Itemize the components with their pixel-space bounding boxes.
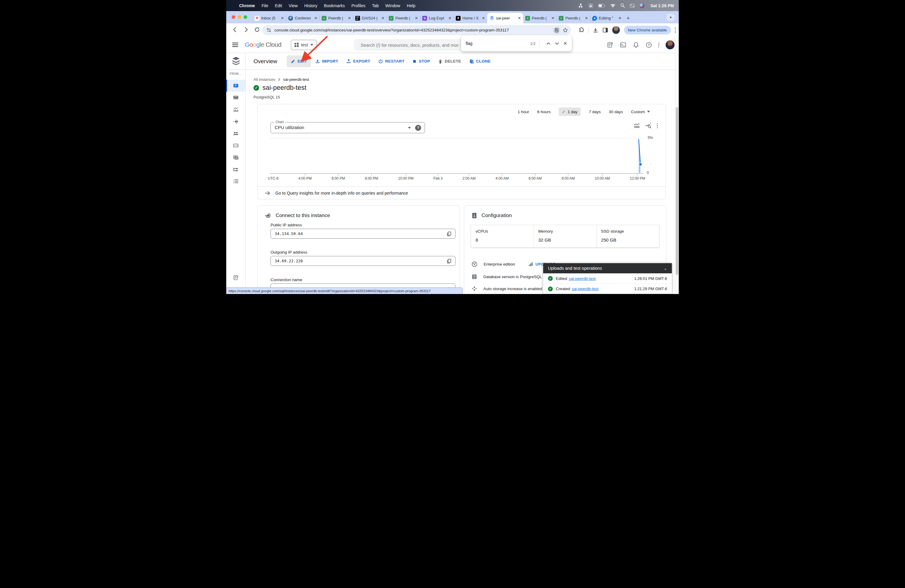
close-tab-icon[interactable]: ✕ (413, 16, 418, 21)
find-close-icon[interactable]: ✕ (561, 41, 567, 46)
chevron-down-icon[interactable]: ⌄ (664, 266, 667, 271)
more-options-icon[interactable] (658, 43, 660, 48)
rail-item-system-insights[interactable] (226, 103, 245, 116)
extensions-icon[interactable] (578, 27, 584, 33)
range-custom[interactable]: Custom (631, 110, 650, 114)
find-input[interactable] (466, 41, 530, 46)
menu-tab[interactable]: Tab (369, 3, 382, 8)
page-scrollbar[interactable] (675, 37, 679, 294)
download-icon[interactable] (592, 27, 599, 33)
chrome-profile-avatar[interactable] (612, 26, 620, 34)
notifications-bell-icon[interactable] (633, 41, 639, 48)
operation-instance-link[interactable]: sai-peerdb-test (568, 277, 595, 281)
rail-item-replication[interactable] (226, 164, 245, 175)
tab-conference[interactable]: P Conferen✕ (286, 13, 320, 23)
close-tab-icon[interactable]: ✕ (516, 16, 521, 21)
restart-button[interactable]: RESTART (378, 59, 405, 64)
tab-sai-peerdb-active[interactable]: sai-peer✕ (487, 13, 523, 23)
update-chrome-pill[interactable]: New Chrome available (624, 26, 671, 35)
menu-view[interactable]: View (286, 3, 301, 8)
chart-metric-select[interactable]: Chart CPU utilization ? (270, 122, 425, 133)
menu-help[interactable]: Help (403, 3, 419, 8)
account-avatar[interactable] (665, 40, 675, 49)
window-tiling-icon[interactable] (578, 3, 583, 8)
zoom-window-button[interactable] (244, 15, 247, 19)
chrome-menu-icon[interactable] (675, 27, 676, 33)
release-notes-icon[interactable] (607, 41, 613, 48)
operation-instance-link[interactable]: sai-peerdb-test (572, 286, 599, 291)
rail-item-monitoring[interactable] (226, 92, 245, 103)
tab-inbox[interactable]: M Inbox (5✕ (252, 13, 286, 23)
wifi-icon[interactable] (610, 3, 616, 8)
clone-button[interactable]: CLONE (469, 59, 491, 64)
menubar-clock[interactable]: Sat 1:28 PM (650, 3, 674, 8)
find-in-page-active-icon[interactable] (553, 27, 560, 34)
range-1-hour[interactable]: 1 hour (518, 110, 529, 114)
close-tab-icon[interactable]: ✕ (279, 16, 284, 21)
close-tab-icon[interactable]: ✕ (313, 16, 318, 21)
copy-icon[interactable] (447, 231, 451, 236)
menu-history[interactable]: History (301, 3, 321, 8)
menu-file[interactable]: File (258, 3, 272, 8)
cloud-shell-icon[interactable] (620, 41, 626, 48)
side-panel-icon[interactable] (602, 27, 608, 33)
query-insights-link[interactable]: Go to Query insights for more in-depth i… (258, 186, 665, 199)
rail-item-users[interactable] (226, 127, 245, 140)
close-tab-icon[interactable]: ✕ (617, 16, 622, 21)
battery-icon[interactable] (598, 4, 605, 8)
rail-item-operations[interactable] (226, 175, 245, 188)
project-selector[interactable]: test (291, 40, 317, 50)
bookmark-star-icon[interactable] (563, 27, 568, 33)
hamburger-menu-icon[interactable] (232, 43, 238, 48)
tab-search-chevron[interactable]: ▾ (666, 13, 675, 21)
operations-panel-header[interactable]: Uploads and test operations ⌄ (543, 263, 672, 273)
help-icon[interactable]: ? (646, 41, 652, 48)
siri-icon[interactable] (640, 3, 644, 8)
range-30-days[interactable]: 30 days (609, 110, 623, 114)
rail-item-overview[interactable] (226, 79, 245, 92)
menu-bookmarks[interactable]: Bookmarks (321, 3, 348, 8)
stacked-area-chart-icon[interactable] (634, 123, 640, 129)
tab-peerdb-4[interactable]: ◗ Peerdb (✕ (557, 13, 590, 23)
outgoing-ip-value[interactable]: 34.69.22.228 (275, 259, 447, 263)
cpu-utilization-plot[interactable] (270, 138, 643, 174)
close-tab-icon[interactable]: ✕ (380, 16, 384, 21)
range-1-day-selected[interactable]: ✓1 day (559, 108, 581, 116)
edit-button[interactable]: EDIT (287, 56, 311, 67)
close-tab-icon[interactable]: ✕ (447, 16, 452, 21)
tab-editing[interactable]: ● Editing "✕ (590, 13, 624, 23)
menu-edit[interactable]: Edit (272, 3, 285, 8)
tab-peerdb-1[interactable]: ◗ Peerdb (✕ (320, 13, 353, 23)
site-settings-icon[interactable] (266, 27, 272, 33)
rail-item-databases[interactable] (226, 140, 245, 151)
forward-icon[interactable] (243, 26, 249, 33)
close-tab-icon[interactable]: ✕ (583, 16, 588, 21)
url-text[interactable]: console.cloud.google.com/sql/instances/s… (275, 28, 553, 32)
explore-metrics-icon[interactable] (645, 123, 652, 129)
public-ip-value[interactable]: 34.134.50.64 (275, 231, 447, 236)
google-cloud-logo[interactable]: GoogleCloud (245, 41, 281, 48)
reload-icon[interactable] (254, 26, 260, 33)
import-button[interactable]: IMPORT (315, 59, 338, 64)
breadcrumb-all-instances[interactable]: All instances (254, 77, 275, 82)
close-tab-icon[interactable]: ✕ (346, 16, 351, 21)
rail-item-backups[interactable] (226, 151, 245, 164)
minimize-window-button[interactable] (238, 15, 241, 19)
export-button[interactable]: EXPORT (346, 59, 370, 64)
menu-profiles[interactable]: Profiles (348, 3, 369, 8)
new-tab-button[interactable]: + (624, 13, 633, 23)
tab-dais24[interactable]: DAIS DAIS24 (✕ (353, 13, 387, 23)
menu-window[interactable]: Window (382, 3, 404, 8)
app-status-icon[interactable] (588, 3, 594, 8)
tab-x-home[interactable]: X Home / X✕ (454, 13, 487, 23)
chart-more-options-icon[interactable] (657, 123, 658, 129)
back-icon[interactable] (232, 26, 238, 33)
close-tab-icon[interactable]: ✕ (550, 16, 554, 21)
stop-button[interactable]: STOP (413, 59, 430, 64)
rail-item-release-notes[interactable] (226, 272, 245, 283)
spotlight-icon[interactable] (621, 3, 625, 8)
tab-peerdb-3[interactable]: ◗ Peerdb (✕ (523, 13, 557, 23)
cloud-search-input[interactable] (354, 39, 465, 51)
scrollbar-thumb[interactable] (676, 107, 678, 275)
tab-peerdb-2[interactable]: ◗ Peerdb (✕ (387, 13, 420, 23)
